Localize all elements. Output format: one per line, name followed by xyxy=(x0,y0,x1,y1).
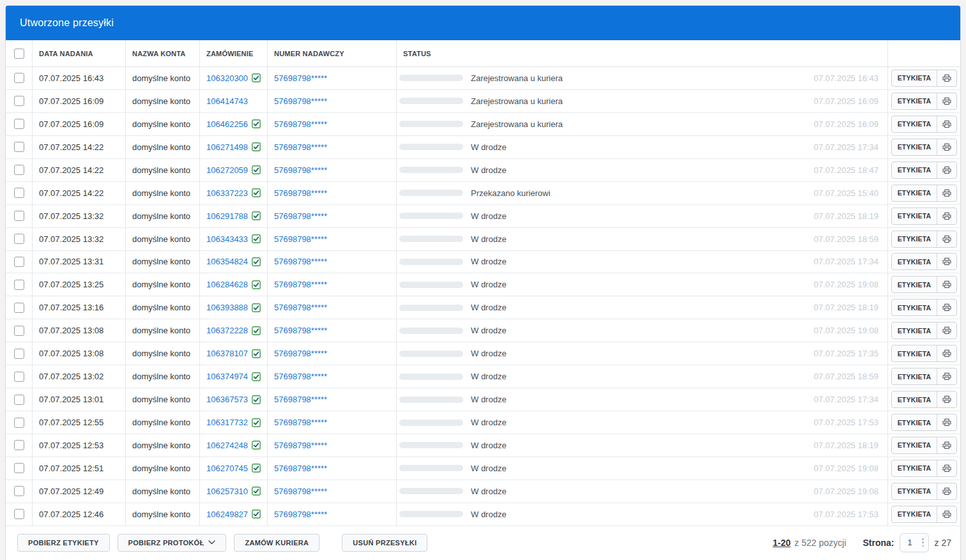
tracking-link[interactable]: 57698798***** xyxy=(274,303,327,312)
etykieta-button[interactable]: ETYKIETA xyxy=(892,208,937,224)
etykieta-button[interactable]: ETYKIETA xyxy=(892,162,937,178)
row-checkbox[interactable] xyxy=(14,395,24,405)
print-label-button[interactable] xyxy=(937,322,956,338)
tracking-link[interactable]: 57698798***** xyxy=(274,257,327,266)
row-checkbox[interactable] xyxy=(14,165,24,175)
etykieta-button[interactable]: ETYKIETA xyxy=(892,231,937,247)
tracking-link[interactable]: 57698798***** xyxy=(274,142,327,152)
etykieta-button[interactable]: ETYKIETA xyxy=(892,93,937,109)
etykieta-button[interactable]: ETYKIETA xyxy=(892,437,937,453)
print-label-button[interactable] xyxy=(937,345,956,361)
order-link[interactable]: 106272059 xyxy=(206,165,248,175)
page-stepper-icon[interactable] xyxy=(922,538,924,547)
tracking-link[interactable]: 57698798***** xyxy=(274,188,327,198)
order-link[interactable]: 106354824 xyxy=(206,257,248,266)
row-checkbox[interactable] xyxy=(14,486,24,496)
row-checkbox[interactable] xyxy=(14,418,24,428)
row-checkbox[interactable] xyxy=(14,96,24,106)
tracking-link[interactable]: 57698798***** xyxy=(274,510,327,519)
row-checkbox[interactable] xyxy=(14,142,24,152)
download-labels-button[interactable]: POBIERZ ETYKIETY xyxy=(17,534,110,552)
row-checkbox[interactable] xyxy=(14,372,24,382)
etykieta-button[interactable]: ETYKIETA xyxy=(892,70,937,86)
tracking-link[interactable]: 57698798***** xyxy=(274,234,327,244)
pagination-range[interactable]: 1-20 xyxy=(773,538,791,548)
etykieta-button[interactable]: ETYKIETA xyxy=(892,185,937,201)
print-label-button[interactable] xyxy=(937,208,956,224)
print-label-button[interactable] xyxy=(937,437,956,453)
order-link[interactable]: 106414743 xyxy=(206,96,248,106)
order-link[interactable]: 106284628 xyxy=(206,280,248,289)
order-link[interactable]: 106317732 xyxy=(206,418,248,427)
tracking-link[interactable]: 57698798***** xyxy=(274,395,327,404)
order-link[interactable]: 106393888 xyxy=(206,303,248,312)
tracking-link[interactable]: 57698798***** xyxy=(274,441,327,450)
etykieta-button[interactable]: ETYKIETA xyxy=(892,345,937,361)
tracking-link[interactable]: 57698798***** xyxy=(274,372,327,381)
etykieta-button[interactable]: ETYKIETA xyxy=(892,276,937,292)
order-link[interactable]: 106372228 xyxy=(206,326,248,335)
order-link[interactable]: 106337223 xyxy=(206,188,248,198)
etykieta-button[interactable]: ETYKIETA xyxy=(892,483,937,499)
row-checkbox[interactable] xyxy=(14,349,24,359)
row-checkbox[interactable] xyxy=(14,509,24,519)
delete-shipments-button[interactable]: USUŃ PRZESYŁKI xyxy=(342,534,427,552)
row-checkbox[interactable] xyxy=(14,234,24,244)
row-checkbox[interactable] xyxy=(14,211,24,221)
tracking-link[interactable]: 57698798***** xyxy=(274,165,327,175)
tracking-link[interactable]: 57698798***** xyxy=(274,326,327,335)
order-link[interactable]: 106320300 xyxy=(206,73,248,83)
etykieta-button[interactable]: ETYKIETA xyxy=(892,116,937,132)
order-link[interactable]: 106378107 xyxy=(206,349,248,358)
order-link[interactable]: 106249827 xyxy=(206,510,248,519)
order-link[interactable]: 106257310 xyxy=(206,487,248,496)
etykieta-button[interactable]: ETYKIETA xyxy=(892,506,937,522)
tracking-link[interactable]: 57698798***** xyxy=(274,349,327,358)
etykieta-button[interactable]: ETYKIETA xyxy=(892,368,937,384)
order-link[interactable]: 106367573 xyxy=(206,395,248,404)
etykieta-button[interactable]: ETYKIETA xyxy=(892,299,937,315)
etykieta-button[interactable]: ETYKIETA xyxy=(892,322,937,338)
tracking-link[interactable]: 57698798***** xyxy=(274,464,327,473)
print-label-button[interactable] xyxy=(937,483,956,499)
download-protocol-button[interactable]: POBIERZ PROTOKÓŁ xyxy=(118,534,227,552)
etykieta-button[interactable]: ETYKIETA xyxy=(892,414,937,430)
tracking-link[interactable]: 57698798***** xyxy=(274,418,327,427)
tracking-link[interactable]: 57698798***** xyxy=(274,487,327,496)
print-label-button[interactable] xyxy=(937,254,956,269)
etykieta-button[interactable]: ETYKIETA xyxy=(892,254,937,269)
row-checkbox[interactable] xyxy=(14,119,24,129)
order-link[interactable]: 106343433 xyxy=(206,234,248,244)
tracking-link[interactable]: 57698798***** xyxy=(274,211,327,221)
print-label-button[interactable] xyxy=(937,93,956,109)
order-link[interactable]: 106270745 xyxy=(206,464,248,473)
order-link[interactable]: 106374974 xyxy=(206,372,248,381)
order-link[interactable]: 106291788 xyxy=(206,211,248,221)
print-label-button[interactable] xyxy=(937,460,956,476)
row-checkbox[interactable] xyxy=(14,73,24,83)
print-label-button[interactable] xyxy=(937,506,956,522)
print-label-button[interactable] xyxy=(937,162,956,178)
print-label-button[interactable] xyxy=(937,414,956,430)
tracking-link[interactable]: 57698798***** xyxy=(274,280,327,289)
order-courier-button[interactable]: ZAMÓW KURIERA xyxy=(234,534,319,552)
etykieta-button[interactable]: ETYKIETA xyxy=(892,460,937,476)
row-checkbox[interactable] xyxy=(14,303,24,313)
tracking-link[interactable]: 57698798***** xyxy=(274,73,327,83)
row-checkbox[interactable] xyxy=(14,188,24,198)
order-link[interactable]: 106271498 xyxy=(206,142,248,152)
print-label-button[interactable] xyxy=(937,185,956,201)
etykieta-button[interactable]: ETYKIETA xyxy=(892,391,937,407)
order-link[interactable]: 106274248 xyxy=(206,441,248,450)
print-label-button[interactable] xyxy=(937,70,956,86)
print-label-button[interactable] xyxy=(937,139,956,155)
tracking-link[interactable]: 57698798***** xyxy=(274,119,327,129)
tracking-link[interactable]: 57698798***** xyxy=(274,96,327,106)
print-label-button[interactable] xyxy=(937,391,956,407)
row-checkbox[interactable] xyxy=(14,440,24,450)
print-label-button[interactable] xyxy=(937,368,956,384)
print-label-button[interactable] xyxy=(937,276,956,292)
row-checkbox[interactable] xyxy=(14,280,24,290)
row-checkbox[interactable] xyxy=(14,463,24,473)
etykieta-button[interactable]: ETYKIETA xyxy=(892,139,937,155)
